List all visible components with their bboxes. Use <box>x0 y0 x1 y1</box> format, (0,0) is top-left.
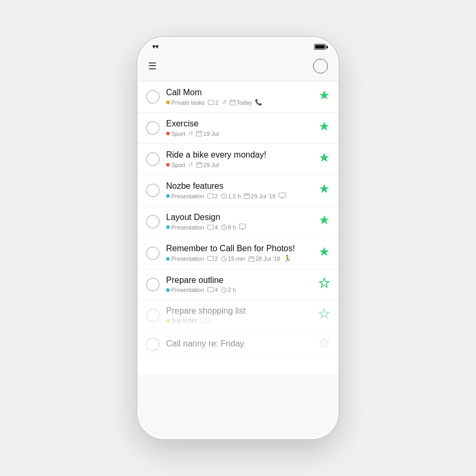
task-tag: Presentation <box>166 224 204 231</box>
svg-rect-10 <box>207 194 213 198</box>
star-button[interactable] <box>318 89 330 104</box>
tag-dot <box>166 319 170 323</box>
task-meta: Private tasks 2↺Today📞 <box>166 99 312 106</box>
star-button[interactable] <box>318 246 330 261</box>
task-title: Prepare shopping list <box>166 306 312 316</box>
task-meta: Presentation 42 h <box>166 287 312 293</box>
comment-icon: 2 <box>208 99 218 106</box>
star-button[interactable] <box>318 183 330 198</box>
task-checkbox[interactable] <box>146 90 160 104</box>
menu-button[interactable]: ☰ <box>148 60 157 72</box>
task-title: Remember to Call Ben for Photos! <box>166 244 312 253</box>
task-checkbox[interactable] <box>146 337 160 351</box>
tag-dot <box>166 257 170 261</box>
tag-dot <box>166 288 170 292</box>
svg-rect-12 <box>244 194 250 199</box>
comment-icon: 4 <box>207 287 218 293</box>
task-checkbox[interactable] <box>146 152 160 166</box>
task-title: Exercise <box>166 119 312 129</box>
task-title: Ride a bike every monday! <box>166 150 312 160</box>
task-item: Call nanny re: Friday <box>138 331 338 359</box>
comment-icon: 2 <box>207 193 218 199</box>
battery-bar <box>314 44 326 50</box>
task-checkbox[interactable] <box>146 278 160 291</box>
task-meta: Trip to NY 3 <box>166 317 312 324</box>
task-meta: Presentation 21.5 h29 Jul '18 <box>166 193 312 199</box>
svg-rect-9 <box>200 162 200 163</box>
task-meta: Sport ↺29 Jul <box>166 161 312 168</box>
task-tag: Presentation <box>166 193 204 199</box>
task-item: Ride a bike every monday! Sport ↺29 Jul <box>138 144 338 175</box>
svg-rect-0 <box>208 100 214 104</box>
task-tag: Sport <box>166 162 185 168</box>
task-checkbox[interactable] <box>146 308 160 322</box>
task-tag: Presentation <box>166 255 204 262</box>
calendar-icon: 29 Jul '18 <box>244 193 276 199</box>
task-item: Layout Design Presentation 48 h <box>138 206 338 237</box>
task-checkbox[interactable] <box>146 184 160 197</box>
task-title: Prepare outline <box>166 276 312 285</box>
task-content: Prepare shopping list Trip to NY 3 <box>166 306 312 324</box>
repeat-icon: ↺ <box>222 99 226 106</box>
task-checkbox[interactable] <box>146 246 160 260</box>
task-content: Layout Design Presentation 48 h <box>166 213 312 231</box>
battery-fill <box>315 45 325 49</box>
task-title: Layout Design <box>166 213 312 222</box>
task-checkbox[interactable] <box>146 121 160 135</box>
time-icon: 2 h <box>221 287 236 293</box>
tag-dot <box>166 225 170 229</box>
star-button[interactable] <box>318 214 330 229</box>
tag-label: Presentation <box>171 255 204 262</box>
svg-rect-2 <box>231 99 232 101</box>
task-content: Nozbe features Presentation 21.5 h29 Jul… <box>166 181 312 199</box>
svg-rect-6 <box>200 131 200 132</box>
task-title: Call Mom <box>166 88 312 97</box>
monitor-icon <box>279 193 286 199</box>
tag-label: Sport <box>171 162 185 168</box>
task-content: Call Mom Private tasks 2↺Today📞 <box>166 88 312 106</box>
task-content: Call nanny re: Friday <box>166 339 312 350</box>
star-button[interactable] <box>318 308 330 323</box>
task-item: Prepare shopping list Trip to NY 3 <box>138 300 338 331</box>
task-title: Nozbe features <box>166 181 312 191</box>
task-tag: Sport <box>166 131 185 137</box>
wifi-icon: ▾▾ <box>152 43 159 50</box>
tag-label: Sport <box>171 131 185 137</box>
time-icon: 1.5 h <box>221 193 241 199</box>
task-checkbox[interactable] <box>146 215 160 228</box>
task-tag: Presentation <box>166 287 204 293</box>
svg-rect-26 <box>201 318 207 323</box>
tag-dot <box>166 132 170 135</box>
battery-indicator <box>314 44 326 50</box>
monitor-icon <box>239 224 246 231</box>
tag-label: Trip to NY <box>171 317 197 324</box>
svg-rect-24 <box>207 288 213 292</box>
tag-label: Presentation <box>171 287 204 293</box>
task-item: Call Mom Private tasks 2↺Today📞 <box>138 81 338 113</box>
svg-rect-4 <box>197 132 202 136</box>
svg-rect-3 <box>233 99 234 101</box>
star-button[interactable] <box>318 337 330 352</box>
svg-rect-22 <box>250 256 251 258</box>
svg-rect-14 <box>248 193 248 195</box>
svg-rect-1 <box>230 100 235 105</box>
task-meta: Sport ↺19 Jul <box>166 130 312 137</box>
task-list: Call Mom Private tasks 2↺Today📞 Exercise… <box>138 81 338 359</box>
tag-dot <box>166 100 170 104</box>
calendar-icon: 29 Jul <box>196 162 218 168</box>
time-icon: 15 min <box>221 255 245 262</box>
task-tag: Trip to NY <box>166 317 197 324</box>
repeat-icon: ↺ <box>188 130 193 137</box>
star-button[interactable] <box>318 121 330 135</box>
svg-rect-13 <box>245 193 246 195</box>
comment-icon: 2 <box>207 255 218 262</box>
phone-frame: ▾▾ ☰ Call Mom Private tasks 2↺Today📞 <box>138 37 338 439</box>
svg-rect-7 <box>197 163 202 168</box>
star-button[interactable] <box>318 152 330 167</box>
svg-rect-18 <box>240 224 246 229</box>
svg-rect-16 <box>207 225 213 229</box>
star-button[interactable] <box>318 277 330 292</box>
info-button[interactable] <box>313 59 328 74</box>
task-meta: Presentation 215 min28 Jul '18🏃 <box>166 255 312 262</box>
svg-rect-21 <box>249 257 254 261</box>
